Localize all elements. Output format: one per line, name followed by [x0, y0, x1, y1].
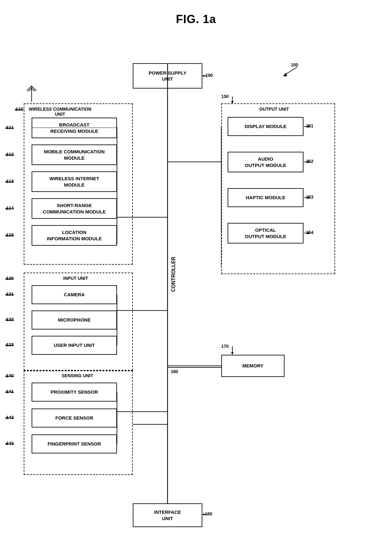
svg-marker-44 [5, 181, 7, 183]
svg-marker-60 [5, 391, 7, 393]
svg-marker-74 [308, 232, 310, 234]
ref-180: 180 [171, 369, 178, 374]
page-title: FIG. 1a [0, 0, 392, 26]
arrow-153 [303, 195, 313, 200]
svg-marker-72 [308, 196, 310, 199]
svg-marker-52 [5, 293, 7, 296]
svg-marker-68 [308, 125, 310, 128]
arrow-151 [303, 124, 313, 129]
svg-marker-78 [202, 513, 204, 516]
svg-marker-50 [5, 278, 7, 280]
arrow-111 [5, 126, 15, 131]
power-supply-box: POWER SUPPLYUNIT [133, 63, 202, 89]
arrow-141 [5, 390, 15, 395]
arrow-120 [5, 277, 15, 281]
short-range-box: SHORT-RANGECOMMUNICATION MODULE [32, 198, 117, 219]
svg-marker-56 [5, 344, 7, 347]
proximity-sensor-box: PROXIMITY SENSOR [32, 383, 117, 402]
force-sensor-box: FORCE SENSOR [32, 409, 117, 427]
broadcast-receiving-box: BROADCASTRECEIVING MODULE [32, 118, 117, 138]
optical-output-box: OPTICALOUTPUT MODULE [228, 223, 303, 243]
fingerprint-sensor-box: FINGERPRINT SENSOR [32, 434, 117, 453]
arrow-112 [5, 153, 15, 157]
arrow-122 [5, 318, 15, 323]
display-module-box: DISPLAY MODULE [228, 117, 303, 136]
svg-marker-31 [202, 75, 204, 77]
input-unit-label: INPUT UNIT [63, 276, 88, 281]
wireless-internet-box: WIRELESS INTERNETMODULE [32, 171, 117, 192]
haptic-module-box: HAPTIC MODULE [228, 188, 303, 207]
arrow-142 [5, 416, 15, 421]
arrow-152 [303, 160, 313, 164]
svg-marker-70 [308, 161, 310, 163]
audio-output-box: AUDIOOUTPUT MODULE [228, 152, 303, 172]
output-unit-label: OUTPUT UNIT [259, 107, 289, 112]
user-input-box: USER INPUT UNIT [32, 336, 117, 355]
svg-line-35 [27, 86, 32, 91]
arrow-113 [5, 180, 15, 184]
camera-box: CAMERA [32, 285, 117, 304]
svg-marker-76 [231, 352, 234, 355]
svg-marker-54 [5, 319, 7, 321]
arrow-190 [202, 73, 212, 79]
svg-marker-40 [5, 127, 7, 129]
memory-box: MEMORY [221, 355, 285, 377]
location-info-box: LOCATIONINFORMATION MODULE [32, 225, 117, 246]
controller-label: CONTROLLER [171, 257, 176, 292]
diagram: 100 POWER SUPPLYUNIT 190 CONTROLLER 180 … [0, 35, 392, 535]
svg-line-36 [32, 86, 36, 91]
arrow-160 [202, 512, 212, 517]
svg-marker-66 [231, 101, 234, 104]
arrow-154 [303, 231, 313, 236]
svg-marker-62 [5, 417, 7, 419]
interface-unit-box: INTERFACEUNIT [133, 503, 202, 527]
arrow-143 [5, 442, 15, 446]
arrow-123 [5, 343, 15, 348]
svg-marker-33 [15, 108, 16, 111]
wireless-comm-unit-label: WIRELESS COMMUNICATIONUNIT [28, 107, 92, 117]
arrow-170 [226, 345, 239, 356]
svg-marker-46 [5, 207, 7, 210]
ref-100-arrow [275, 64, 300, 77]
arrow-115 [5, 233, 15, 238]
svg-marker-42 [5, 154, 7, 156]
mobile-comm-box: MOBILE COMMUNICATIONMODULE [32, 145, 117, 165]
microphone-box: MICROPHONE [32, 311, 117, 329]
arrow-121 [5, 292, 15, 297]
arrow-140 [5, 374, 15, 379]
svg-line-28 [285, 67, 297, 75]
antenna-icon [25, 84, 38, 103]
arrow-150 [226, 95, 239, 104]
arrow-114 [5, 206, 15, 211]
svg-marker-58 [5, 375, 7, 378]
svg-marker-29 [283, 73, 287, 77]
svg-marker-64 [5, 443, 7, 445]
svg-marker-48 [5, 234, 7, 237]
sensing-unit-label: SENSING UNIT [62, 373, 93, 378]
arrow-110 [15, 108, 24, 112]
